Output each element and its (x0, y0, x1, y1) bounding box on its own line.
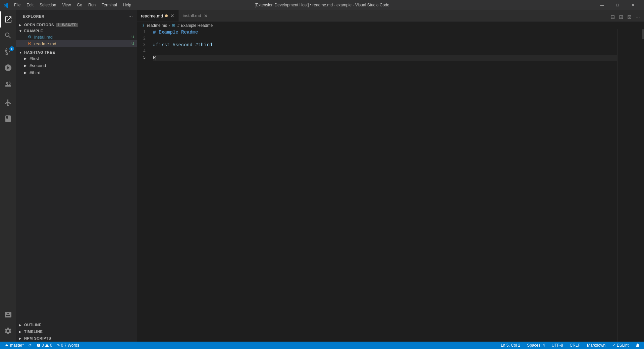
menu-go[interactable]: Go (74, 2, 85, 8)
vscode-logo (3, 2, 9, 8)
status-language[interactable]: Markdown (586, 342, 607, 349)
sidebar-more-button[interactable]: ··· (128, 13, 133, 19)
hashtag-tree-label: HASHTAG TREE (24, 50, 55, 54)
example-folder-arrow: ▼ (19, 29, 23, 33)
hashtag-third-label: #third (30, 70, 41, 75)
code-editor[interactable]: 1 2 3 4 5 # Example Readme #first #secon… (137, 29, 644, 342)
menu-file[interactable]: File (11, 2, 23, 8)
status-errors[interactable]: 0 0 (35, 342, 53, 349)
tab-readme-close[interactable]: ✕ (170, 13, 174, 18)
line-numbers: 1 2 3 4 5 (137, 29, 152, 342)
timeline-label: TIMELINE (24, 330, 43, 334)
breadcrumb-file[interactable]: readme.md (147, 23, 167, 28)
open-editors-badge: 1 UNSAVED (56, 23, 78, 27)
title-bar: File Edit Selection View Go Run Terminal… (0, 0, 644, 10)
open-editors-header[interactable]: ▶ Open Editors 1 UNSAVED (16, 21, 137, 28)
status-notifications[interactable] (634, 342, 641, 349)
line-num-4: 4 (137, 48, 149, 55)
sync-icon: ⟳ (29, 343, 32, 348)
editor-layout-button[interactable]: ⊞ (618, 12, 625, 21)
file-item-install[interactable]: ⚙ install.md U (16, 34, 137, 40)
settings-activity-icon[interactable] (0, 323, 16, 339)
breadcrumb-section[interactable]: # Example Readme (177, 23, 213, 28)
status-remote[interactable]: master* (3, 342, 25, 349)
example-folder-label: EXAMPLE (24, 29, 43, 33)
split-editor-button[interactable]: ⊟ (609, 12, 616, 21)
tab-readme-name: readme.md (141, 13, 163, 18)
outline-section[interactable]: ▶ OUTLINE (16, 321, 137, 328)
breadcrumb-file-icon: ℹ (141, 23, 146, 28)
tab-bar: readme.md ✕ install.md ✕ ⊟ ⊞ ⊠ ··· (137, 10, 644, 22)
activity-bar: 5 (0, 10, 16, 342)
hashtag-second-label: #second (30, 63, 46, 68)
file-badge-install: U (131, 35, 134, 39)
status-words[interactable]: ✎ 0 7 Words (56, 342, 80, 349)
breadcrumb: ℹ readme.md › ⊞ # Example Readme (137, 22, 644, 29)
tab-readme-dirty (165, 14, 168, 17)
status-spaces[interactable]: Spaces: 4 (526, 342, 546, 349)
example-folder-header[interactable]: ▼ EXAMPLE (16, 28, 137, 34)
search-activity-icon[interactable] (0, 28, 16, 44)
menu-selection[interactable]: Selection (37, 2, 59, 8)
code-content[interactable]: # Example Readme #first #second #third R (152, 29, 617, 342)
run-activity-icon[interactable] (0, 60, 16, 76)
warning-count: 0 (50, 343, 52, 348)
eslint-text: ✓ ESLint (612, 343, 629, 348)
activity-bar-bottom (0, 307, 16, 342)
menu-help[interactable]: Help (120, 2, 134, 8)
sidebar: Explorer ··· ▶ Open Editors 1 UNSAVED ▼ … (16, 10, 137, 342)
editor-area: readme.md ✕ install.md ✕ ⊟ ⊞ ⊠ ··· ℹ rea… (137, 10, 644, 342)
menu-view[interactable]: View (59, 2, 73, 8)
line-num-1: 1 (137, 29, 149, 36)
status-line-ending[interactable]: CRLF (569, 342, 582, 349)
open-editors-arrow: ▶ (19, 23, 23, 27)
menu-run[interactable]: Run (86, 2, 98, 8)
source-control-activity-icon[interactable]: 5 (0, 44, 16, 60)
file-icon-readme: R (27, 41, 32, 46)
tab-install-name: install.md (183, 13, 201, 18)
position-text: Ln 5, Col 2 (501, 343, 520, 348)
tab-readme[interactable]: readme.md ✕ (137, 10, 179, 21)
tab-install-close[interactable]: ✕ (204, 13, 208, 18)
hashtag-item-first[interactable]: ▶ #first (16, 55, 137, 62)
line-num-5: 5 (137, 55, 149, 61)
code-line-3-text: #first #second #third (153, 42, 212, 48)
book-activity-icon[interactable] (0, 111, 16, 127)
extensions-activity-icon[interactable] (0, 76, 16, 92)
account-activity-icon[interactable] (0, 307, 16, 323)
minimap (617, 29, 644, 342)
hashtag-tree-header[interactable]: ▼ HASHTAG TREE (16, 50, 137, 55)
breadcrumb-sep1: › (169, 23, 170, 28)
more-actions-button[interactable]: ··· (634, 13, 641, 21)
tab-install[interactable]: install.md ✕ (179, 10, 219, 21)
minimize-button[interactable]: — (594, 0, 610, 10)
remote-explorer-activity-icon[interactable] (0, 95, 16, 111)
explorer-activity-icon[interactable] (0, 11, 16, 28)
hashtag-item-second[interactable]: ▶ #second (16, 62, 137, 69)
window-controls: — ☐ ✕ (594, 0, 641, 10)
hashtag-first-label: #first (30, 56, 39, 61)
warning-icon (45, 343, 49, 347)
collapse-all-button[interactable]: ⊠ (626, 12, 633, 21)
outline-arrow: ▶ (19, 323, 23, 327)
file-icon-install: ⚙ (27, 34, 32, 40)
minimap-slider[interactable] (642, 29, 644, 39)
npm-scripts-section[interactable]: ▶ NPM SCRIPTS (16, 335, 137, 342)
status-encoding[interactable]: UTF-8 (550, 342, 565, 349)
hashtag-item-third[interactable]: ▶ #third (16, 69, 137, 76)
status-sync[interactable]: ⟳ (27, 342, 33, 349)
npm-scripts-arrow: ▶ (19, 337, 23, 340)
menu-terminal[interactable]: Terminal (99, 2, 119, 8)
hashtag-second-arrow: ▶ (24, 64, 28, 67)
bell-icon (635, 343, 640, 348)
hashtag-first-arrow: ▶ (24, 57, 28, 60)
status-eslint[interactable]: ✓ ESLint (611, 342, 630, 349)
file-item-readme[interactable]: R readme.md U (16, 40, 137, 47)
menu-edit[interactable]: Edit (24, 2, 36, 8)
status-position[interactable]: Ln 5, Col 2 (499, 342, 522, 349)
code-line-5: R (153, 55, 617, 61)
close-button[interactable]: ✕ (625, 0, 641, 10)
timeline-section[interactable]: ▶ TIMELINE (16, 328, 137, 335)
open-editors-label: Open Editors (24, 23, 54, 27)
maximize-button[interactable]: ☐ (610, 0, 625, 10)
